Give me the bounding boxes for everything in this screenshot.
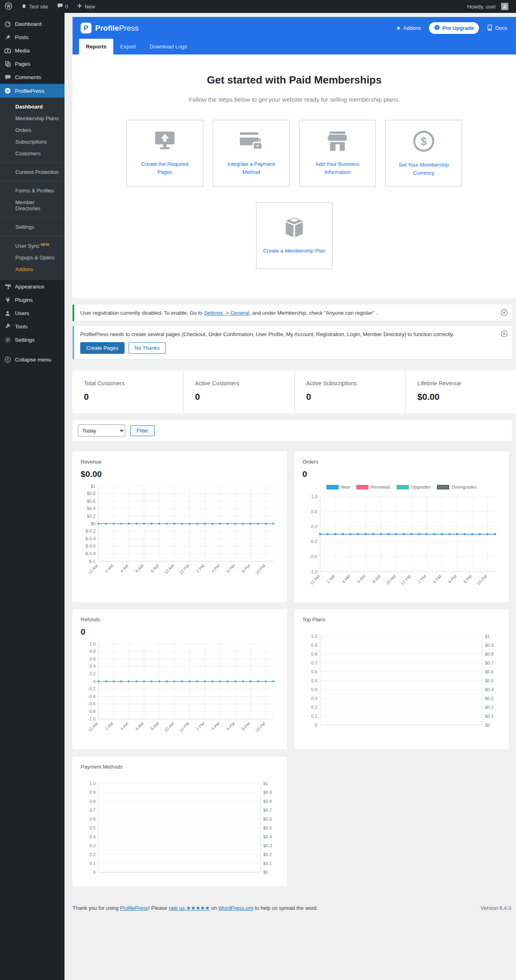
svg-text:0.8: 0.8 bbox=[311, 652, 317, 656]
profilepress-brand[interactable]: P ProfilePress bbox=[81, 23, 139, 33]
svg-text:0.7: 0.7 bbox=[311, 660, 317, 665]
sidebar-item-label: ProfilePress bbox=[15, 88, 44, 94]
user-icon bbox=[4, 310, 11, 316]
sidebar-item-collapse-menu[interactable]: Collapse menu bbox=[0, 353, 64, 366]
svg-text:0.1: 0.1 bbox=[89, 861, 96, 866]
sidebar-item-appearance[interactable]: Appearance bbox=[0, 280, 64, 293]
step-card-membership-plan[interactable]: Create a Membership Plan bbox=[256, 202, 333, 269]
submenu-item-subscriptions[interactable]: Subscriptions bbox=[0, 136, 64, 148]
my-account-menu[interactable]: Howdy, user bbox=[463, 3, 513, 10]
wp-logo-button[interactable]: W bbox=[0, 0, 17, 13]
dismiss-notice-button[interactable] bbox=[500, 330, 508, 338]
svg-text:2 AM: 2 AM bbox=[326, 574, 336, 584]
tab-download-logs[interactable]: Download Logs bbox=[143, 39, 194, 54]
svg-text:8 PM: 8 PM bbox=[462, 574, 473, 584]
pro-upgrade-button[interactable]: i Pro Upgrade bbox=[429, 22, 479, 34]
brand-bold: Profile bbox=[95, 24, 119, 32]
revenue-svg: $1$0.8$0.6$0.4$0.2$0$-0.2$-0.4$-0.6$-0.8… bbox=[81, 483, 279, 585]
chart-title: Revenue bbox=[81, 459, 279, 465]
step-card-payment-method[interactable]: Integrate a Payment Method bbox=[213, 120, 289, 187]
dismiss-notice-button[interactable] bbox=[500, 308, 508, 317]
legend-label: Upgrades bbox=[411, 485, 431, 489]
sidebar-item-dashboard[interactable]: Dashboard bbox=[0, 17, 64, 31]
svg-text:4 PM: 4 PM bbox=[432, 574, 443, 584]
svg-text:2 AM: 2 AM bbox=[104, 563, 114, 573]
rate-us-link[interactable]: rate us ★★★★★ bbox=[169, 905, 210, 911]
submenu-item-forms-profiles[interactable]: Forms & Profiles bbox=[0, 185, 64, 196]
wordpress-org-link[interactable]: WordPress.org bbox=[218, 905, 253, 911]
legend-item-upgrades[interactable]: Upgrades bbox=[397, 485, 431, 489]
sidebar-item-users[interactable]: Users bbox=[0, 307, 64, 320]
sidebar-item-tools[interactable]: Tools bbox=[0, 320, 64, 333]
site-name-menu[interactable]: Test site bbox=[17, 0, 53, 13]
no-thanks-button[interactable]: No Thanks bbox=[129, 342, 166, 354]
svg-text:1.0: 1.0 bbox=[311, 494, 317, 499]
submenu-item-customers[interactable]: Customers bbox=[0, 148, 64, 159]
sidebar-item-settings[interactable]: Settings bbox=[0, 333, 64, 347]
svg-text:0.2: 0.2 bbox=[89, 671, 96, 676]
camera-icon bbox=[4, 48, 11, 54]
sidebar-item-profilepress[interactable]: P ProfilePress bbox=[0, 84, 64, 98]
step-card-label: Add Your Business Information bbox=[300, 160, 375, 176]
legend-item-new[interactable]: New bbox=[327, 485, 350, 489]
credit-card-lock-icon bbox=[239, 131, 264, 153]
legend-item-renewals[interactable]: Renewals bbox=[356, 485, 390, 489]
submenu-item-settings[interactable]: Settings bbox=[0, 221, 64, 233]
create-pages-button[interactable]: Create Pages bbox=[80, 342, 125, 354]
svg-text:6 PM: 6 PM bbox=[447, 574, 458, 584]
submenu-item-membership-plans[interactable]: Membership Plans bbox=[0, 113, 64, 124]
step-card-create-pages[interactable]: Create the Required Pages bbox=[127, 120, 203, 187]
sidebar-item-plugins[interactable]: Plugins bbox=[0, 293, 64, 307]
storefront-icon bbox=[326, 131, 349, 153]
sidebar-item-comments[interactable]: Comments bbox=[0, 71, 64, 84]
star-icon: ★ bbox=[396, 25, 401, 31]
addons-link[interactable]: ★ Addons bbox=[396, 25, 421, 31]
filter-button[interactable]: Filter bbox=[130, 425, 155, 436]
comments-icon bbox=[4, 75, 11, 80]
stat-active-customers: Active Customers 0 bbox=[184, 370, 294, 414]
svg-text:0: 0 bbox=[93, 870, 96, 875]
orders-svg: 1.00.60.2-0.2-0.6-1.012 AM2 AM4 AM6 AM8 … bbox=[302, 493, 501, 595]
tab-export[interactable]: Export bbox=[113, 39, 143, 54]
sidebar-item-label: Settings bbox=[15, 337, 35, 343]
svg-text:4 PM: 4 PM bbox=[210, 563, 221, 574]
version-label: Version 6.4.3 bbox=[481, 905, 511, 911]
comments-menu[interactable]: 0 bbox=[53, 0, 73, 13]
legend-item-downgrades[interactable]: Downgrades bbox=[437, 485, 476, 489]
submenu-separator bbox=[0, 163, 64, 163]
sidebar-item-posts[interactable]: Posts bbox=[0, 31, 64, 44]
step-card-business-info[interactable]: Add Your Business Information bbox=[299, 120, 376, 187]
profilepress-logo-icon: P bbox=[81, 23, 92, 33]
gear-icon bbox=[4, 337, 11, 343]
chart-title: Payment Methods bbox=[81, 764, 279, 770]
svg-text:0.7: 0.7 bbox=[89, 808, 96, 813]
submenu-item-orders[interactable]: Orders bbox=[0, 124, 64, 136]
profilepress-link[interactable]: ProfilePress bbox=[120, 905, 148, 911]
docs-link[interactable]: Docs bbox=[487, 25, 507, 32]
sidebar-item-pages[interactable]: Pages bbox=[0, 57, 64, 71]
new-content-menu[interactable]: New bbox=[73, 0, 100, 13]
submenu-item-popups-optins[interactable]: Popups & Optins bbox=[0, 252, 64, 263]
svg-text:0: 0 bbox=[315, 723, 317, 727]
tab-reports[interactable]: Reports bbox=[79, 39, 113, 54]
sidebar-item-media[interactable]: Media bbox=[0, 44, 64, 57]
new-badge: NEW bbox=[41, 242, 49, 247]
settings-general-link[interactable]: Settings -> General bbox=[204, 310, 249, 316]
svg-text:$0.8: $0.8 bbox=[263, 799, 272, 804]
date-range-select[interactable]: Today bbox=[78, 424, 125, 437]
step-card-currency[interactable]: $ Set Your Membership Currency bbox=[385, 120, 462, 187]
submenu-item-content-protection[interactable]: Content Protection bbox=[0, 166, 64, 178]
submenu-item-user-sync[interactable]: User SyncNEW bbox=[0, 240, 64, 252]
pushpin-icon bbox=[4, 34, 11, 40]
submenu-item-addons[interactable]: Addons bbox=[0, 263, 64, 275]
svg-text:2 PM: 2 PM bbox=[195, 721, 206, 731]
svg-text:$0.5: $0.5 bbox=[485, 678, 493, 683]
svg-text:$0.3: $0.3 bbox=[485, 696, 493, 701]
svg-text:$-0.2: $-0.2 bbox=[85, 529, 96, 533]
svg-text:$0.6: $0.6 bbox=[263, 817, 272, 821]
plus-icon bbox=[77, 3, 82, 10]
submenu-item-member-directories[interactable]: Member Directories bbox=[0, 196, 64, 214]
svg-text:0.3: 0.3 bbox=[311, 696, 317, 701]
comment-bubble-icon bbox=[57, 3, 63, 10]
submenu-item-dashboard[interactable]: Dashboard bbox=[0, 101, 64, 113]
